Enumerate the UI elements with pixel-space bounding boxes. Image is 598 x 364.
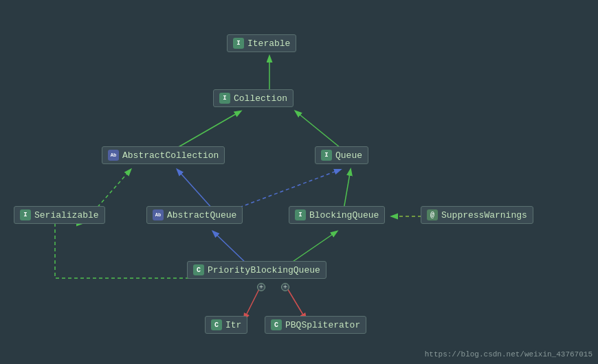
svg-line-2 — [296, 111, 340, 148]
label-itr: Itr — [225, 320, 241, 330]
node-pbq-spliterator[interactable]: C PBQSpliterator — [265, 316, 366, 334]
label-pbq-spliterator: PBQSpliterator — [285, 320, 360, 330]
node-abstract-collection[interactable]: Ab AbstractCollection — [102, 146, 225, 164]
icon-serializable: I — [20, 209, 31, 220]
node-abstract-queue[interactable]: Ab AbstractQueue — [146, 206, 243, 224]
icon-suppress-warnings: @ — [427, 209, 438, 220]
svg-line-1 — [177, 111, 241, 148]
svg-line-8 — [213, 231, 247, 264]
svg-line-6 — [344, 170, 351, 209]
node-collection[interactable]: I Collection — [213, 89, 294, 107]
label-blocking-queue: BlockingQueue — [309, 210, 379, 220]
svg-line-3 — [177, 170, 213, 209]
label-priority-blocking-queue: PriorityBlockingQueue — [208, 265, 320, 275]
label-serializable: Serializable — [34, 210, 99, 220]
node-iterable[interactable]: I Iterable — [227, 34, 296, 52]
node-queue[interactable]: I Queue — [315, 146, 368, 164]
svg-line-4 — [234, 170, 340, 209]
icon-blocking-queue: I — [295, 209, 306, 220]
icon-abstract-collection: Ab — [108, 150, 119, 161]
label-collection: Collection — [234, 93, 287, 104]
node-blocking-queue[interactable]: I BlockingQueue — [289, 206, 385, 224]
expand-dot-left[interactable]: + — [257, 283, 265, 291]
icon-iterable: I — [233, 38, 244, 49]
icon-queue: I — [321, 150, 332, 161]
icon-abstract-queue: Ab — [153, 209, 164, 220]
label-iterable: Iterable — [247, 38, 290, 49]
label-queue: Queue — [335, 150, 362, 161]
label-suppress-warnings: SuppressWarnings — [441, 210, 527, 220]
watermark: https://blog.csdn.net/weixin_43767015 — [425, 350, 593, 359]
node-itr[interactable]: C Itr — [205, 316, 247, 334]
label-abstract-collection: AbstractCollection — [122, 150, 219, 161]
node-serializable[interactable]: I Serializable — [14, 206, 105, 224]
icon-priority-blocking-queue: C — [193, 264, 204, 275]
node-priority-blocking-queue[interactable]: C PriorityBlockingQueue — [187, 261, 326, 279]
node-suppress-warnings[interactable]: @ SuppressWarnings — [421, 206, 533, 224]
expand-dot-right[interactable]: + — [281, 283, 289, 291]
svg-line-9 — [289, 231, 337, 264]
label-abstract-queue: AbstractQueue — [167, 210, 236, 220]
icon-collection: I — [219, 93, 230, 104]
svg-line-11 — [285, 285, 306, 319]
icon-itr: C — [211, 319, 222, 330]
icon-pbq-spliterator: C — [271, 319, 282, 330]
diagram-container: I Iterable I Collection Ab AbstractColle… — [0, 0, 598, 364]
arrows-svg — [0, 0, 598, 364]
